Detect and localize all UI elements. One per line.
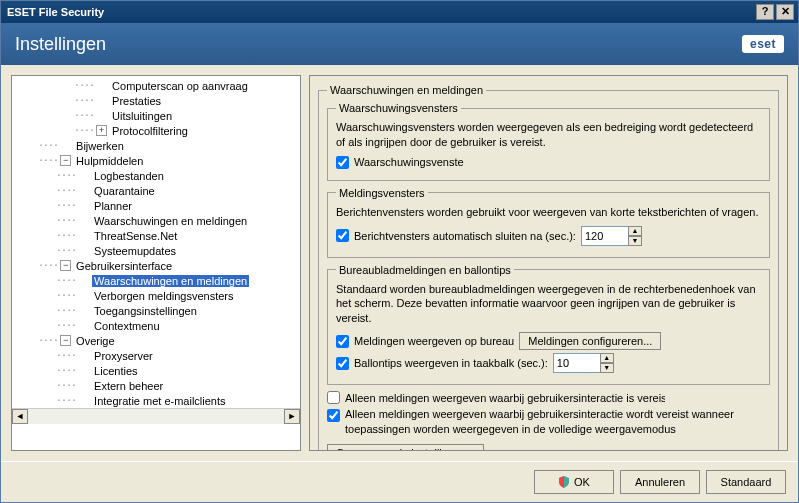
advanced-settings-button[interactable]: Geavanceerde instellingen... — [327, 444, 484, 451]
tree-h-scrollbar[interactable]: ◄ ► — [12, 408, 300, 424]
tree-item[interactable]: ····Contextmenu — [12, 318, 300, 333]
tree-item[interactable]: ····−Gebruikersinterface — [12, 258, 300, 273]
ok-label: OK — [574, 476, 590, 488]
tree-item-label[interactable]: Toegangsinstellingen — [92, 305, 199, 317]
collapse-icon[interactable]: − — [60, 335, 71, 346]
tree-item-label[interactable]: Contextmenu — [92, 320, 161, 332]
show-balloons-checkbox[interactable] — [336, 357, 349, 370]
show-desktop-label: Meldingen weergeven op bureau — [354, 335, 514, 347]
tree-item[interactable]: ····Systeemupdates — [12, 243, 300, 258]
tree-item[interactable]: ····Computerscan op aanvraag — [12, 78, 300, 93]
desktop-notify-group: Bureaubladmeldingen en ballontips Standa… — [327, 264, 770, 386]
desktop-notify-legend: Bureaubladmeldingen en ballontips — [336, 264, 514, 276]
warning-windows-desc: Waarschuwingsvensters worden weergegeven… — [336, 120, 761, 150]
eset-logo: eset — [742, 35, 784, 53]
tree-item[interactable]: ····ThreatSense.Net — [12, 228, 300, 243]
tree-item-label[interactable]: Planner — [92, 200, 134, 212]
shield-icon — [558, 476, 570, 488]
tree-item[interactable]: ····Toegangsinstellingen — [12, 303, 300, 318]
tree-item-label[interactable]: Bijwerken — [74, 140, 126, 152]
only-fullscreen-checkbox[interactable] — [327, 409, 340, 422]
autoclose-checkbox[interactable] — [336, 229, 349, 242]
tree-item-label[interactable]: Quarantaine — [92, 185, 157, 197]
tree-item-label[interactable]: Logbestanden — [92, 170, 166, 182]
scroll-left-icon[interactable]: ◄ — [12, 409, 28, 424]
tree-item-label[interactable]: Hulpmiddelen — [74, 155, 145, 167]
autoclose-up-icon[interactable]: ▲ — [628, 226, 642, 236]
tree-item[interactable]: ····Extern beheer — [12, 378, 300, 393]
close-button[interactable]: ✕ — [776, 4, 794, 20]
tree-item-label[interactable]: Gebruikersinterface — [74, 260, 174, 272]
tree-item[interactable]: ····Uitsluitingen — [12, 108, 300, 123]
collapse-icon[interactable]: − — [60, 155, 71, 166]
balloon-seconds-input[interactable] — [553, 353, 601, 373]
show-warnings-label: Waarschuwingsvensters weergeven — [354, 156, 464, 168]
tree-item[interactable]: ····Verborgen meldingsvensters — [12, 288, 300, 303]
tree-item-label[interactable]: Overige — [74, 335, 117, 347]
show-warnings-checkbox[interactable] — [336, 156, 349, 169]
only-fullscreen-label: Alleen meldingen weergeven waarbij gebru… — [345, 407, 770, 437]
autoclose-label: Berichtvensters automatisch sluiten na (… — [354, 230, 576, 242]
warning-windows-group: Waarschuwingsvensters Waarschuwingsvenst… — [327, 102, 770, 181]
tree-item-label[interactable]: Waarschuwingen en meldingen — [92, 215, 249, 227]
tree-item[interactable]: ····Integratie met e-mailclients — [12, 393, 300, 408]
tree-item-label[interactable]: Proxyserver — [92, 350, 155, 362]
notify-windows-desc: Berichtenvensters worden gebruikt voor w… — [336, 205, 761, 220]
header: Instellingen eset — [1, 23, 798, 65]
tree-item[interactable]: ····Waarschuwingen en meldingen — [12, 213, 300, 228]
show-desktop-checkbox[interactable] — [336, 335, 349, 348]
tree-item-label[interactable]: Protocolfiltering — [110, 125, 190, 137]
main-group: Waarschuwingen en meldingen Waarschuwing… — [318, 84, 779, 451]
tree-item-label[interactable]: ThreatSense.Net — [92, 230, 179, 242]
desktop-notify-desc: Standaard worden bureaubladmeldingen wee… — [336, 282, 761, 327]
tree-item-label[interactable]: Licenties — [92, 365, 139, 377]
window-title: ESET File Security — [5, 6, 754, 18]
tree-item-label[interactable]: Systeemupdates — [92, 245, 178, 257]
tree-item[interactable]: ····Quarantaine — [12, 183, 300, 198]
autoclose-seconds-input[interactable] — [581, 226, 629, 246]
only-interaction-label: Alleen meldingen weergeven waarbij gebru… — [345, 392, 665, 404]
tree-item[interactable]: ····Planner — [12, 198, 300, 213]
tree-item[interactable]: ····Licenties — [12, 363, 300, 378]
show-balloons-label: Ballontips weergeven in taakbalk (sec.): — [354, 357, 548, 369]
autoclose-down-icon[interactable]: ▼ — [628, 236, 642, 246]
tree-item[interactable]: ····−Overige — [12, 333, 300, 348]
ok-button[interactable]: OK — [534, 470, 614, 494]
tree-pane: ····Computerscan op aanvraag····Prestati… — [11, 75, 301, 451]
main-legend: Waarschuwingen en meldingen — [327, 84, 486, 96]
scroll-right-icon[interactable]: ► — [284, 409, 300, 424]
warning-windows-legend: Waarschuwingsvensters — [336, 102, 461, 114]
balloon-down-icon[interactable]: ▼ — [600, 363, 614, 373]
balloon-up-icon[interactable]: ▲ — [600, 353, 614, 363]
tree-item[interactable]: ····Bijwerken — [12, 138, 300, 153]
form-pane: Waarschuwingen en meldingen Waarschuwing… — [309, 75, 788, 451]
help-button[interactable]: ? — [756, 4, 774, 20]
tree-item-label[interactable]: Prestaties — [110, 95, 163, 107]
titlebar: ESET File Security ? ✕ — [1, 1, 798, 23]
collapse-icon[interactable]: − — [60, 260, 71, 271]
tree-item-label[interactable]: Extern beheer — [92, 380, 165, 392]
footer: OK Annuleren Standaard — [1, 461, 798, 502]
settings-tree[interactable]: ····Computerscan op aanvraag····Prestati… — [12, 78, 300, 408]
tree-item[interactable]: ····Proxyserver — [12, 348, 300, 363]
configure-notifications-button[interactable]: Meldingen configureren... — [519, 332, 661, 350]
tree-item-label[interactable]: Uitsluitingen — [110, 110, 174, 122]
cancel-button[interactable]: Annuleren — [620, 470, 700, 494]
tree-item-label[interactable]: Waarschuwingen en meldingen — [92, 275, 249, 287]
tree-item[interactable]: ····Waarschuwingen en meldingen — [12, 273, 300, 288]
only-interaction-checkbox[interactable] — [327, 391, 340, 404]
tree-item[interactable]: ····+Protocolfiltering — [12, 123, 300, 138]
expand-icon[interactable]: + — [96, 125, 107, 136]
page-title: Instellingen — [15, 34, 106, 55]
tree-item-label[interactable]: Computerscan op aanvraag — [110, 80, 250, 92]
notify-windows-legend: Meldingsvensters — [336, 187, 428, 199]
tree-item[interactable]: ····Logbestanden — [12, 168, 300, 183]
default-button[interactable]: Standaard — [706, 470, 786, 494]
tree-item[interactable]: ····Prestaties — [12, 93, 300, 108]
tree-item[interactable]: ····−Hulpmiddelen — [12, 153, 300, 168]
tree-item-label[interactable]: Integratie met e-mailclients — [92, 395, 227, 407]
tree-item-label[interactable]: Verborgen meldingsvensters — [92, 290, 235, 302]
notify-windows-group: Meldingsvensters Berichtenvensters worde… — [327, 187, 770, 258]
